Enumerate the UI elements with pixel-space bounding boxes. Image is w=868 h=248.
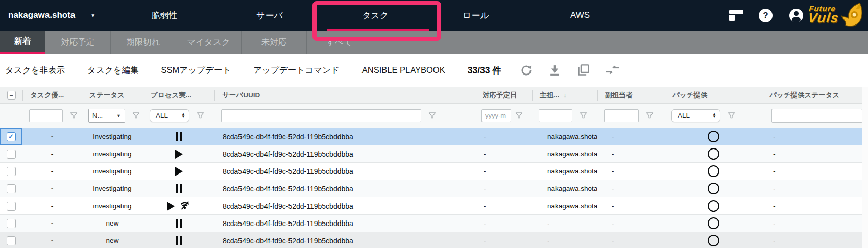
assignee-cell: nakagawa.shota: [532, 197, 597, 215]
table-row[interactable]: -investigating8cda549c-db4f-fd9c-52dd-11…: [0, 180, 868, 197]
filter-funnel-icon[interactable]: [428, 112, 436, 119]
row-select-cell: ✓: [0, 128, 22, 145]
edit-task-button[interactable]: タスクを編集: [87, 65, 139, 76]
download-icon[interactable]: [548, 64, 561, 77]
filter-funnel-icon[interactable]: [515, 112, 523, 119]
layout-icon[interactable]: [729, 10, 743, 21]
nav-tab-vulnerability[interactable]: 脆弱性: [152, 0, 178, 31]
column-header-assignee[interactable]: 主担... ↓: [532, 90, 597, 101]
table-row[interactable]: -investigating8cda549c-db4f-fd9c-52dd-11…: [0, 163, 868, 180]
status-tab-planned[interactable]: 対応予定: [45, 31, 111, 54]
merge-arrows-icon[interactable]: [606, 64, 619, 77]
ssm-update-button[interactable]: SSMアップデート: [161, 65, 231, 76]
chevron-down-icon: ▼: [116, 113, 121, 118]
nav-tab-aws[interactable]: AWS: [570, 0, 590, 31]
help-icon[interactable]: ?: [759, 9, 773, 22]
status-filter-dropdown[interactable]: N... ▼: [88, 109, 125, 123]
filter-funnel-icon[interactable]: [132, 112, 140, 119]
column-header-process[interactable]: プロセス実...: [143, 90, 214, 101]
due-date-filter-input[interactable]: [481, 109, 511, 122]
row-checkbox[interactable]: [7, 184, 16, 193]
priority-cell: -: [22, 163, 82, 180]
select-stepper-icon: ▲▼: [712, 113, 716, 118]
assignee-cell: nakagawa.shota: [532, 180, 597, 197]
table-row[interactable]: -investigating8cda549c-db4f-fd9c-52dd-11…: [0, 145, 868, 163]
row-checkbox[interactable]: [7, 150, 16, 159]
status-tab-all[interactable]: すべて: [307, 31, 372, 54]
status-tab-unhandled[interactable]: 未対応: [242, 31, 307, 54]
hide-task-button[interactable]: タスクを非表示: [5, 65, 65, 76]
status-tab-my-tasks[interactable]: マイタスク: [176, 31, 242, 54]
column-header-due-date[interactable]: 対応予定日: [475, 90, 532, 101]
user-menu[interactable]: nakagawa.shota ▼: [8, 0, 95, 31]
server-uuid-cell: 8cda549c-db4f-fd9c-52dd-119b5cbddbba: [214, 180, 475, 197]
table-row[interactable]: -new8cda549c-db4f-fd9c-52dd-119b5cbddbba…: [0, 232, 868, 248]
assignee-filter-input[interactable]: [539, 109, 572, 122]
patch-status-filter-input[interactable]: [771, 109, 862, 123]
process-filter-select[interactable]: ALL ▲▼: [150, 109, 189, 122]
layout-icon-topbar: [729, 10, 743, 14]
table-filter-row: N... ▼ ALL ▲▼: [0, 104, 868, 128]
wifi-off-icon: [179, 200, 190, 212]
patch-cell: [665, 180, 762, 197]
filter-funnel-icon[interactable]: [646, 112, 654, 119]
filter-funnel-icon[interactable]: [197, 112, 204, 119]
sub-assignee-cell: -: [597, 163, 665, 180]
sub-assignee-cell: -: [597, 128, 665, 145]
status-tab-new-arrivals[interactable]: 新着: [0, 31, 45, 54]
column-header-patch-status[interactable]: パッチ提供ステータス: [762, 90, 868, 101]
column-header-patch[interactable]: パッチ提供: [665, 90, 762, 101]
logo-bird-icon: [840, 2, 864, 28]
patch-filter-select[interactable]: ALL ▲▼: [671, 109, 720, 122]
row-checkbox[interactable]: ✓: [7, 132, 16, 141]
patch-cell: [665, 163, 762, 180]
nav-tab-task[interactable]: タスク: [362, 0, 389, 31]
row-select-cell: [0, 163, 22, 180]
layout-icon-right: [736, 15, 743, 21]
filter-funnel-icon[interactable]: [70, 112, 78, 119]
refresh-icon[interactable]: [520, 64, 533, 77]
filter-funnel-icon[interactable]: [728, 112, 735, 119]
filter-funnel-icon[interactable]: [580, 112, 587, 119]
row-select-cell: [0, 215, 22, 232]
account-icon[interactable]: [789, 9, 803, 22]
table-row[interactable]: -investigating8cda549c-db4f-fd9c-52dd-11…: [0, 197, 868, 215]
filter-cell-priority: [22, 104, 82, 128]
column-header-status[interactable]: ステータス: [82, 90, 143, 101]
due-date-cell: -: [475, 232, 532, 248]
row-checkbox[interactable]: [7, 167, 16, 176]
nav-tab-role[interactable]: ロール: [463, 0, 489, 31]
column-header-uuid[interactable]: サーバUUID: [214, 90, 475, 101]
table-row[interactable]: -new8cda549c-db4f-fd9c-52dd-119b5cbddbba…: [0, 215, 868, 232]
sort-descending-icon[interactable]: ↓: [563, 91, 567, 99]
ansible-playbook-button[interactable]: ANSIBLE PLAYBOOK: [362, 65, 445, 75]
account-icon-head: [794, 11, 799, 16]
status-tab-expired[interactable]: 期限切れ: [111, 31, 176, 54]
row-checkbox[interactable]: [7, 236, 16, 245]
update-command-button[interactable]: アップデートコマンド: [253, 65, 339, 76]
select-all-checkbox[interactable]: –: [7, 91, 16, 100]
due-date-cell: -: [475, 128, 532, 145]
server-uuid-cell: 8cda549c-db4f-fd9c-52dd-119b5cbddbba: [214, 128, 475, 145]
sub-assignee-filter-input[interactable]: [604, 109, 639, 122]
sub-assignee-cell: -: [597, 197, 665, 215]
copy-icon[interactable]: [576, 63, 590, 77]
column-header-sub-assignee[interactable]: 副担当者: [597, 90, 665, 101]
patch-cell: [665, 128, 762, 145]
patch-circle-icon: [708, 235, 719, 246]
column-header-priority[interactable]: タスク優...: [22, 90, 82, 101]
result-count: 33/33 件: [468, 64, 501, 77]
vertical-scrollbar[interactable]: [862, 87, 868, 248]
table-header-row: – タスク優... ステータス プロセス実... サーバUUID 対応予定日 主…: [0, 87, 868, 104]
logo-text: Future Vuls: [807, 5, 840, 25]
uuid-filter-input[interactable]: [221, 109, 421, 122]
row-checkbox[interactable]: [7, 202, 16, 211]
assignee-cell: -: [532, 215, 597, 232]
priority-filter-input[interactable]: [29, 109, 63, 122]
filter-cell-empty: [0, 104, 22, 128]
patch-status-cell: -: [762, 197, 868, 215]
row-select-cell: [0, 145, 22, 163]
nav-tab-server[interactable]: サーバ: [256, 0, 283, 31]
table-row[interactable]: ✓-investigating8cda549c-db4f-fd9c-52dd-1…: [0, 128, 868, 145]
row-checkbox[interactable]: [7, 219, 16, 228]
